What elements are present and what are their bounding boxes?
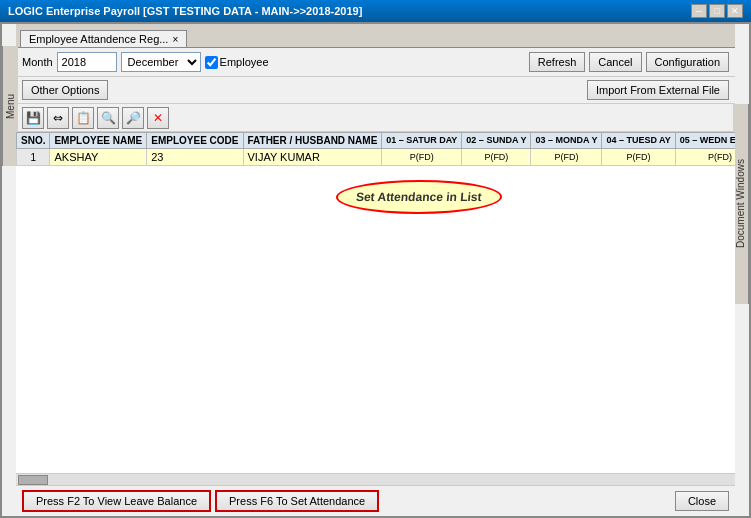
attendance-table-container: SNO. EMPLOYEE NAME EMPLOYEE CODE FATHER … <box>16 132 735 473</box>
employee-checkbox-label: Employee <box>205 56 269 69</box>
maximize-button[interactable]: □ <box>709 4 725 18</box>
toolbar-row-1: Month December Employee Refresh Cancel C… <box>16 48 735 77</box>
month-label: Month <box>22 56 53 68</box>
configuration-button[interactable]: Configuration <box>646 52 729 72</box>
close-button[interactable]: ✕ <box>727 4 743 18</box>
employee-attendance-tab[interactable]: Employee Attandence Reg... × <box>20 30 187 47</box>
minimize-button[interactable]: ─ <box>691 4 707 18</box>
toolbar-row-2: Other Options Import From External File <box>16 77 735 104</box>
col-father: FATHER / HUSBAND NAME <box>243 133 382 149</box>
save-icon[interactable]: 💾 <box>22 107 44 129</box>
f6-button[interactable]: Press F6 To Set Attendance <box>215 490 379 512</box>
title-bar: LOGIC Enterprise Payroll [GST TESTING DA… <box>0 0 751 22</box>
close-button[interactable]: Close <box>675 491 729 511</box>
tab-close-icon[interactable]: × <box>172 34 178 45</box>
search-icon[interactable]: 🔍 <box>97 107 119 129</box>
month-select[interactable]: December <box>121 52 201 72</box>
navigate-icon[interactable]: ⇔ <box>47 107 69 129</box>
col-day04: 04 – Tuesd ay <box>602 133 675 149</box>
cell-day03: P(FD) <box>531 149 602 166</box>
set-attendance-tooltip: Set Attendance in List <box>335 180 504 214</box>
cell-day01: P(FD) <box>382 149 462 166</box>
cell-father: VIJAY KUMAR <box>243 149 382 166</box>
copy-icon[interactable]: 📋 <box>72 107 94 129</box>
refresh-button[interactable]: Refresh <box>529 52 586 72</box>
delete-icon[interactable]: ✕ <box>147 107 169 129</box>
search2-icon[interactable]: 🔎 <box>122 107 144 129</box>
col-sno: SNO. <box>17 133 50 149</box>
icon-toolbar: 💾 ⇔ 📋 🔍 🔎 ✕ <box>16 104 735 132</box>
col-day01: 01 – Satur day <box>382 133 462 149</box>
tab-label: Employee Attandence Reg... <box>29 33 168 45</box>
col-day05: 05 – Wedn esday <box>675 133 735 149</box>
col-day02: 02 – Sunda y <box>462 133 531 149</box>
col-day03: 03 – Monda y <box>531 133 602 149</box>
attendance-table: SNO. EMPLOYEE NAME EMPLOYEE CODE FATHER … <box>16 132 735 166</box>
month-year-input[interactable] <box>57 52 117 72</box>
cell-day04: P(FD) <box>602 149 675 166</box>
import-button[interactable]: Import From External File <box>587 80 729 100</box>
other-options-button[interactable]: Other Options <box>22 80 108 100</box>
window-controls: ─ □ ✕ <box>691 4 743 18</box>
col-emp-code: EMPLOYEE CODE <box>147 133 243 149</box>
cell-sno: 1 <box>17 149 50 166</box>
scrollbar-thumb[interactable] <box>18 475 48 485</box>
horizontal-scrollbar[interactable] <box>16 473 735 485</box>
title-text: LOGIC Enterprise Payroll [GST TESTING DA… <box>8 5 362 17</box>
col-emp-name: EMPLOYEE NAME <box>50 133 147 149</box>
cell-day05: P(FD) <box>675 149 735 166</box>
document-windows-label: Document Windows <box>733 104 749 304</box>
tab-bar: Employee Attandence Reg... × <box>16 24 735 48</box>
window-body: Menu Document Windows Employee Attandenc… <box>0 22 751 518</box>
table-row[interactable]: 1 AKSHAY 23 VIJAY KUMAR P(FD) P(FD) P(FD… <box>17 149 736 166</box>
cell-emp-name: AKSHAY <box>50 149 147 166</box>
employee-checkbox[interactable] <box>205 56 218 69</box>
cancel-button[interactable]: Cancel <box>589 52 641 72</box>
cell-day02: P(FD) <box>462 149 531 166</box>
bottom-bar: Press F2 To View Leave Balance Press F6 … <box>16 485 735 516</box>
cell-emp-code: 23 <box>147 149 243 166</box>
f2-button[interactable]: Press F2 To View Leave Balance <box>22 490 211 512</box>
